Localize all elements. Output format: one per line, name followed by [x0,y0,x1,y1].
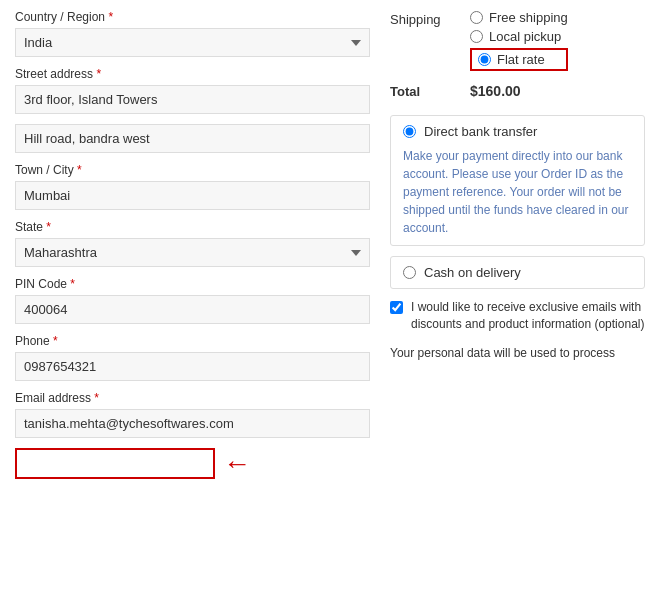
free-shipping-option: Free shipping [470,10,568,25]
phone-label-text: Phone [15,334,50,348]
street-field-group: Street address * [15,67,370,114]
email-optin-label: I would like to receive exclusive emails… [411,299,645,333]
email-input[interactable] [15,409,370,438]
pin-label-text: PIN Code [15,277,67,291]
cash-on-delivery-radio[interactable] [403,266,416,279]
country-field-group: Country / Region * India [15,10,370,57]
street-label: Street address * [15,67,370,81]
email-optin-checkbox[interactable] [390,301,403,314]
town-label-text: Town / City [15,163,74,177]
direct-bank-header: Direct bank transfer [403,124,632,139]
order-summary: Shipping Free shipping Local pickup [390,10,645,479]
state-label: State * [15,220,370,234]
street-line2-field-group [15,124,370,153]
pin-input[interactable] [15,295,370,324]
billing-form: Country / Region * India Street address … [15,10,370,479]
email-optin-section: I would like to receive exclusive emails… [390,299,645,333]
phone-input[interactable] [15,352,370,381]
town-input[interactable] [15,181,370,210]
phone-label: Phone * [15,334,370,348]
shipping-section: Shipping Free shipping Local pickup [390,10,645,71]
required-star-street: * [93,67,101,81]
direct-bank-method: Direct bank transfer Make your payment d… [390,115,645,246]
required-star-email: * [91,391,99,405]
flat-rate-option: Flat rate [470,48,568,71]
direct-bank-label: Direct bank transfer [424,124,537,139]
empty-field-row: ← [15,448,370,479]
state-select[interactable]: Maharashtra [15,238,370,267]
cash-on-delivery-label: Cash on delivery [424,265,521,280]
email-label-text: Email address [15,391,91,405]
street-line1-input[interactable] [15,85,370,114]
country-select[interactable]: India [15,28,370,57]
direct-bank-radio[interactable] [403,125,416,138]
direct-bank-description: Make your payment directly into our bank… [403,147,632,237]
highlighted-empty-input[interactable] [15,448,215,479]
local-pickup-label: Local pickup [489,29,561,44]
street-label-text: Street address [15,67,93,81]
shipping-options: Free shipping Local pickup Flat rate [470,10,568,71]
flat-rate-radio[interactable] [478,53,491,66]
personal-data-text: Your personal data will be used to proce… [390,345,645,362]
local-pickup-radio[interactable] [470,30,483,43]
town-label: Town / City * [15,163,370,177]
red-arrow-icon: ← [223,450,251,478]
email-label: Email address * [15,391,370,405]
email-field-group: Email address * [15,391,370,438]
pin-field-group: PIN Code * [15,277,370,324]
state-label-text: State [15,220,43,234]
cash-on-delivery-method: Cash on delivery [390,256,645,289]
street-line2-input[interactable] [15,124,370,153]
shipping-title: Shipping [390,10,470,71]
flat-rate-label: Flat rate [497,52,545,67]
required-star-state: * [43,220,51,234]
total-row: Total $160.00 [390,83,645,99]
free-shipping-label: Free shipping [489,10,568,25]
required-star-phone: * [50,334,58,348]
required-star: * [105,10,113,24]
country-label-text: Country / Region [15,10,105,24]
state-field-group: State * Maharashtra [15,220,370,267]
local-pickup-option: Local pickup [470,29,568,44]
pin-label: PIN Code * [15,277,370,291]
town-field-group: Town / City * [15,163,370,210]
phone-field-group: Phone * [15,334,370,381]
country-label: Country / Region * [15,10,370,24]
total-value: $160.00 [470,83,521,99]
free-shipping-radio[interactable] [470,11,483,24]
total-label: Total [390,84,470,99]
required-star-pin: * [67,277,75,291]
cash-on-delivery-header: Cash on delivery [403,265,632,280]
required-star-town: * [74,163,82,177]
shipping-row: Shipping Free shipping Local pickup [390,10,645,71]
